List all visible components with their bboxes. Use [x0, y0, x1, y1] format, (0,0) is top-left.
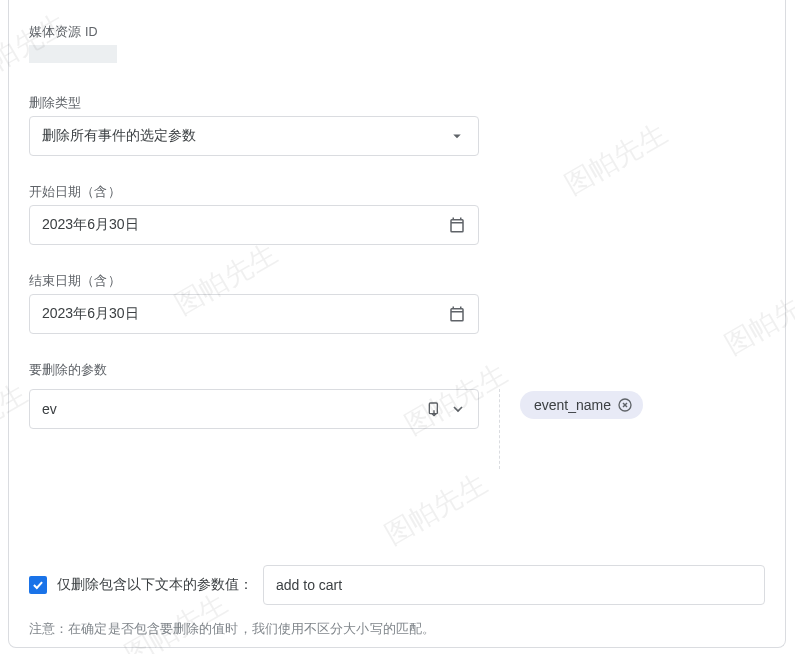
vertical-divider [499, 389, 500, 469]
start-date-row: 开始日期（含） 2023年6月30日 [29, 184, 765, 245]
params-to-delete-row: 要删除的参数 event_name [29, 362, 765, 469]
start-date-input[interactable]: 2023年6月30日 [29, 205, 479, 245]
only-delete-label: 仅删除包含以下文本的参数值： [57, 576, 253, 594]
param-search-input[interactable] [42, 401, 426, 417]
media-id-value-redacted [29, 45, 117, 63]
calendar-icon [448, 216, 466, 234]
end-date-label: 结束日期（含） [29, 273, 765, 290]
form-panel: 媒体资源 ID 删除类型 删除所有事件的选定参数 开始日期（含） 2023年6月… [8, 0, 786, 648]
media-id-label: 媒体资源 ID [29, 24, 765, 41]
chevron-down-icon[interactable] [450, 401, 466, 417]
delete-type-label: 删除类型 [29, 95, 765, 112]
calendar-icon [448, 305, 466, 323]
lookup-icon[interactable] [426, 401, 442, 417]
start-date-label: 开始日期（含） [29, 184, 765, 201]
media-id-row: 媒体资源 ID [29, 24, 765, 67]
params-to-delete-label: 要删除的参数 [29, 362, 765, 379]
delete-type-row: 删除类型 删除所有事件的选定参数 [29, 95, 765, 156]
end-date-input[interactable]: 2023年6月30日 [29, 294, 479, 334]
end-date-row: 结束日期（含） 2023年6月30日 [29, 273, 765, 334]
start-date-value: 2023年6月30日 [42, 216, 448, 234]
delete-type-select[interactable]: 删除所有事件的选定参数 [29, 116, 479, 156]
dropdown-caret-icon [448, 127, 466, 145]
only-delete-checkbox[interactable] [29, 576, 47, 594]
selected-params-chips: event_name [520, 389, 765, 419]
case-insensitive-note: 注意：在确定是否包含要删除的值时，我们使用不区分大小写的匹配。 [29, 621, 765, 638]
param-chip: event_name [520, 391, 643, 419]
filter-text-input[interactable] [263, 565, 765, 605]
param-search-input-wrap[interactable] [29, 389, 479, 429]
chip-remove-icon[interactable] [617, 397, 633, 413]
end-date-value: 2023年6月30日 [42, 305, 448, 323]
delete-type-value: 删除所有事件的选定参数 [42, 127, 448, 145]
only-delete-contains-row: 仅删除包含以下文本的参数值： [29, 565, 765, 605]
param-chip-label: event_name [534, 397, 611, 413]
